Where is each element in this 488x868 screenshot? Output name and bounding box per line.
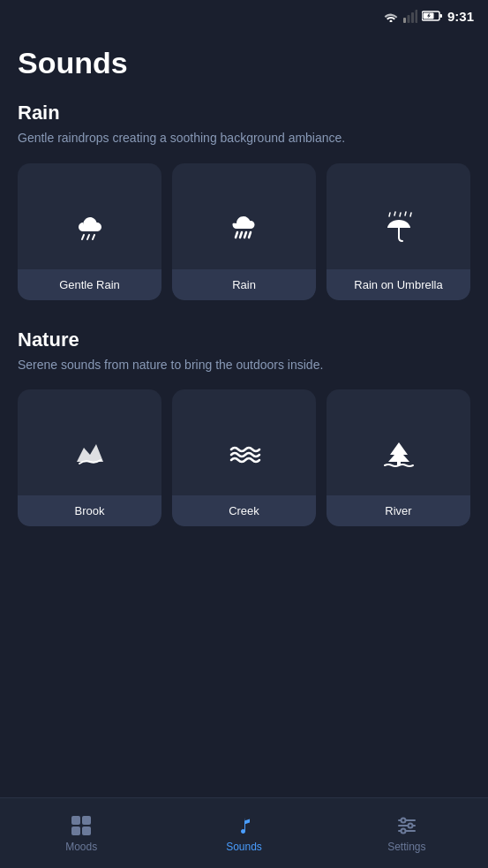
svg-rect-3: [415, 10, 417, 23]
nature-section-description: Serene sounds from nature to bring the o…: [18, 357, 470, 374]
nature-section-title: Nature: [18, 328, 470, 351]
battery-icon: [422, 10, 443, 22]
nav-item-sounds[interactable]: Sounds: [162, 814, 325, 853]
rain-section: Rain Gentle raindrops creating a soothin…: [18, 102, 470, 300]
svg-rect-5: [439, 14, 442, 18]
nav-item-settings[interactable]: Settings: [326, 814, 488, 853]
svg-line-8: [87, 235, 89, 239]
sound-card-rain[interactable]: Rain: [172, 163, 316, 300]
moods-icon: [70, 814, 93, 837]
main-content: Sounds Rain Gentle raindrops creating a …: [0, 32, 488, 797]
svg-rect-21: [82, 816, 91, 825]
svg-point-29: [401, 818, 405, 822]
creek-icon: [227, 435, 262, 471]
rain-label: Rain: [172, 269, 316, 300]
moods-nav-label: Moods: [65, 841, 97, 853]
settings-icon: [395, 814, 418, 837]
sound-card-creek[interactable]: Creek: [172, 389, 316, 526]
wifi-icon: [383, 10, 399, 22]
nature-sound-grid: Brook Creek: [18, 389, 470, 526]
status-time: 9:31: [447, 9, 474, 24]
status-bar: 9:31: [0, 0, 488, 32]
svg-line-18: [410, 213, 411, 216]
svg-rect-20: [71, 816, 80, 825]
sounds-active-icon: [232, 814, 255, 837]
svg-rect-1: [407, 15, 409, 23]
svg-rect-23: [82, 826, 91, 835]
sound-card-brook[interactable]: Brook: [18, 389, 161, 526]
sounds-nav-label: Sounds: [226, 841, 262, 853]
creek-label: Creek: [172, 495, 316, 526]
gentle-rain-label: Gentle Rain: [18, 269, 161, 300]
brook-icon: [72, 435, 108, 471]
sound-card-river[interactable]: River: [327, 389, 470, 526]
rain-section-description: Gentle raindrops creating a soothing bac…: [18, 130, 470, 147]
page-title: Sounds: [18, 46, 470, 80]
sound-card-rain-umbrella[interactable]: Rain on Umbrella: [327, 163, 470, 300]
svg-line-14: [389, 213, 390, 216]
svg-rect-22: [71, 826, 80, 835]
signal-icon: [403, 9, 417, 23]
svg-line-17: [405, 212, 406, 215]
settings-nav-label: Settings: [387, 841, 425, 853]
svg-line-10: [236, 232, 237, 238]
bottom-nav: Moods Sounds Settings: [0, 797, 488, 868]
svg-line-12: [244, 232, 246, 238]
nav-item-moods[interactable]: Moods: [0, 814, 162, 853]
rain-icon: [227, 209, 262, 245]
svg-line-11: [240, 232, 242, 238]
brook-label: Brook: [18, 495, 161, 526]
nature-section: Nature Serene sounds from nature to brin…: [18, 328, 470, 527]
svg-line-16: [400, 213, 401, 216]
rain-sound-grid: Gentle Rain Rain: [18, 163, 470, 300]
rain-umbrella-icon: [381, 209, 417, 245]
svg-rect-0: [403, 18, 406, 23]
sound-card-gentle-rain[interactable]: Gentle Rain: [18, 163, 161, 300]
svg-line-7: [82, 235, 84, 239]
rain-umbrella-label: Rain on Umbrella: [327, 269, 470, 300]
svg-point-31: [401, 828, 405, 833]
river-icon: [381, 435, 417, 471]
svg-line-15: [394, 212, 395, 215]
svg-line-13: [249, 232, 251, 238]
svg-rect-2: [411, 12, 414, 23]
rain-section-title: Rain: [18, 102, 470, 125]
svg-point-30: [408, 823, 412, 827]
river-label: River: [327, 495, 470, 526]
svg-line-9: [93, 235, 94, 239]
status-icons: 9:31: [383, 9, 474, 24]
gentle-rain-icon: [72, 209, 108, 245]
